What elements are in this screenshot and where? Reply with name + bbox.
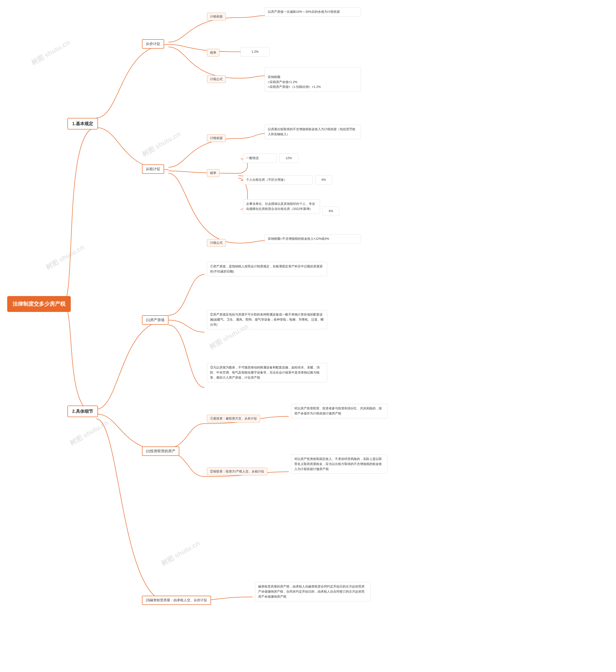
l2-node-property-value: (1)房产原值 [142, 315, 168, 325]
l3-node-formula-2: 计税公式 [207, 239, 226, 247]
l4-formula-1-desc: 应纳税额 =应税房产余值×1.2% =应税房产原值×（1-扣除比例）×1.2% [265, 67, 361, 92]
l4-real-invest-desc: 对以房产投资联营、投资者参与投资利润分红、共担风险的，按房产余值作为计税依据计缴… [291, 404, 387, 418]
l4-property-value-1: ①房产原值，是指纳税人按照会计制度规定，在账薄固定资产科目中记载的房屋原价(不扣… [207, 262, 327, 276]
l4-rate-general-value: 12% [279, 154, 298, 163]
l4-rate-enterprise-label: 企事业单位、社会团体以及其他组织向个人、专业化规模化住房租赁企业出租住房（202… [243, 199, 320, 214]
l3-node-rate-1: 税率 [207, 49, 219, 57]
l4-rate-personal-value: 4% [315, 175, 332, 185]
l3-node-rate-2: 税率 [207, 169, 219, 177]
l1-node-detail: 2.具体细节 [67, 406, 98, 417]
l3-node-real-invest: ①真投资：被投资方交、从价计征 [207, 415, 260, 422]
l4-rate-personal-label: 个人出租住房（不区分用途） [243, 175, 313, 185]
l2-node-investment: (2)投资联营的房产 [142, 446, 179, 456]
connectors [0, 0, 616, 672]
l3-node-formula-1: 计税公式 [207, 75, 226, 83]
l4-property-value-2: ②房产原值应包括与房屋不可分割的各种附属设备或一般不单独计算价值的配套设施(如暖… [207, 310, 327, 329]
l4-tax-basis-1-desc: 以房产原值一次减除10%～30%后的余值为计税依据 [265, 7, 361, 17]
l1-node-basic: 1.基本规定 [67, 118, 98, 129]
l4-tax-basis-2-desc: 以房屋出租取得的不含增值税租金收入为计税依据（包括货币收入和实物收入） [265, 125, 361, 139]
l3-node-fake-invest: ②假投资：投资方/产权人交、从租计征 [207, 468, 267, 475]
l4-formula-2-desc: 应纳税额=不含增值税的租金收入×12%或4% [265, 234, 361, 244]
l4-rate-enterprise-value: 4% [322, 207, 339, 216]
mind-map: 法律制度交多少房产税 1.基本规定 2.具体细节 从价计征 从租计征 (1)房产… [0, 0, 616, 672]
root-node: 法律制度交多少房产税 [7, 296, 71, 312]
l2-node-rent: 从租计征 [142, 164, 164, 174]
l2-node-price: 从价计征 [142, 39, 164, 49]
l3-node-tax-basis-1: 计税依据 [207, 13, 226, 20]
l3-node-tax-basis-2: 计税依据 [207, 134, 226, 142]
l4-lease-desc: 融资租赁房屋的房产税，由承租人自融资租赁合同约定开始日的次月起依照房产余值缴纳房… [255, 582, 371, 601]
l4-fake-invest-desc: 对以房产投资收取固定收入、不承担经营风险的，实际上是以联营名义取得房屋租金，应当… [291, 454, 387, 474]
l4-property-value-3: ③凡以房屋为载体，不可随意移动的附属设备和配套设施，如给排水、采暖、消防、中央空… [207, 363, 327, 382]
l4-rate-general-label: 一般情况 [243, 154, 277, 163]
l4-rate-1-value: 1.2% [241, 47, 269, 57]
l2-node-lease: (3)融资租赁房屋：由承租人交、从价计征 [142, 596, 211, 605]
